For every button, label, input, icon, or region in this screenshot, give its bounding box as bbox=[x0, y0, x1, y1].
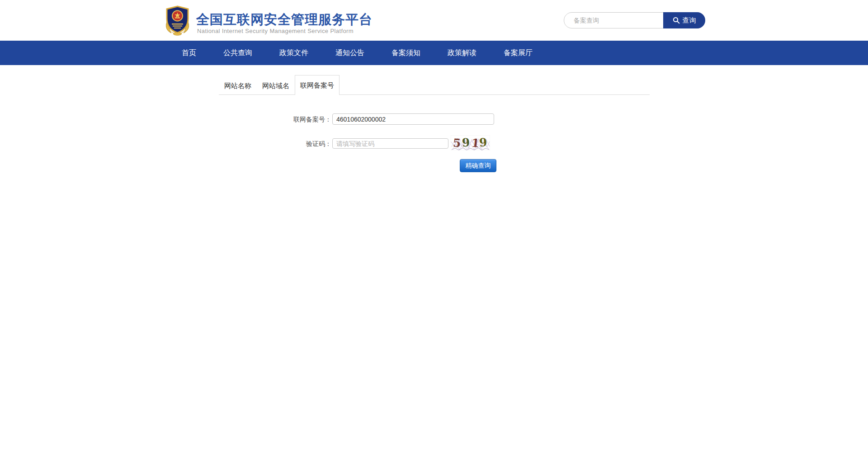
captcha-input[interactable] bbox=[332, 138, 448, 149]
captcha-digit-1: 5 bbox=[453, 136, 461, 150]
captcha-image[interactable]: 5 9 1 9 bbox=[451, 135, 490, 150]
header-search: 查询 bbox=[564, 12, 705, 28]
tab-website-name[interactable]: 网站名称 bbox=[219, 75, 257, 94]
nav-item-home[interactable]: 首页 bbox=[168, 41, 210, 65]
query-tabs-section: 网站名称 网站域名 联网备案号 bbox=[219, 75, 650, 95]
police-badge-logo bbox=[164, 5, 191, 36]
captcha-label: 验证码： bbox=[219, 138, 331, 149]
page: 全国互联网安全管理服务平台 National Internet Security… bbox=[0, 0, 868, 470]
search-icon bbox=[673, 17, 680, 24]
nav-item-filing-guide[interactable]: 备案须知 bbox=[378, 41, 434, 65]
search-button-label: 查询 bbox=[683, 16, 696, 25]
tab-website-domain[interactable]: 网站域名 bbox=[257, 75, 295, 94]
query-tabbar: 网站名称 网站域名 联网备案号 bbox=[219, 75, 650, 95]
captcha-digit-4: 9 bbox=[479, 136, 487, 149]
filing-number-input[interactable] bbox=[332, 113, 494, 125]
nav-item-public-query[interactable]: 公共查询 bbox=[210, 41, 266, 65]
nav-item-policy-interpretation[interactable]: 政策解读 bbox=[434, 41, 490, 65]
main-nav: 首页 公共查询 政策文件 通知公告 备案须知 政策解读 备案展厅 bbox=[0, 41, 868, 65]
filing-number-label: 联网备案号： bbox=[219, 114, 331, 125]
page-subtitle: National Internet Security Management Se… bbox=[197, 28, 354, 34]
precise-query-button[interactable]: 精确查询 bbox=[460, 159, 496, 172]
nav-item-notices[interactable]: 通知公告 bbox=[322, 41, 378, 65]
search-button[interactable]: 查询 bbox=[663, 12, 705, 28]
nav-item-filing-hall[interactable]: 备案展厅 bbox=[490, 41, 546, 65]
tab-filing-number[interactable]: 联网备案号 bbox=[295, 75, 340, 95]
nav-items: 首页 公共查询 政策文件 通知公告 备案须知 政策解读 备案展厅 bbox=[168, 41, 868, 65]
page-title: 全国互联网安全管理服务平台 bbox=[196, 11, 373, 29]
captcha-digit-2: 9 bbox=[462, 136, 470, 149]
nav-item-policy-documents[interactable]: 政策文件 bbox=[266, 41, 322, 65]
